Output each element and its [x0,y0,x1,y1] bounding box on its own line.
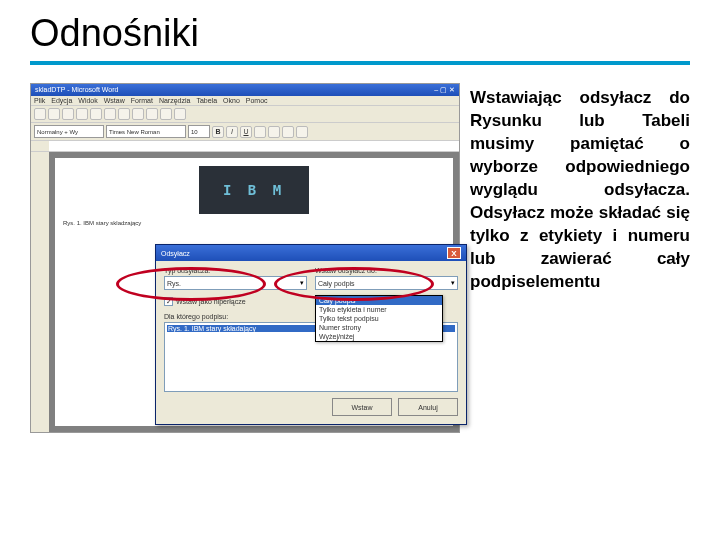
tb-print-icon[interactable] [76,108,88,120]
tb-preview-icon[interactable] [90,108,102,120]
content-row: skladDTP - Microsoft Word – ▢ ✕ Plik Edy… [30,83,690,433]
align-center-icon[interactable] [268,126,280,138]
menu-format[interactable]: Format [131,97,153,104]
checkbox-icon[interactable]: ✓ [164,297,173,306]
figure-caption: Rys. 1. IBM stary skladzający [63,220,445,228]
style-select[interactable]: Normalny + Wy [34,125,104,138]
underline-icon[interactable]: U [240,126,252,138]
ref-dropdown[interactable]: Cały podpis Tylko etykieta i numer Tylko… [315,295,443,342]
font-select[interactable]: Times New Roman [106,125,186,138]
ref-select[interactable]: Cały podpis [315,276,458,290]
tb-cut-icon[interactable] [118,108,130,120]
menu-insert[interactable]: Wstaw [104,97,125,104]
tb-open-icon[interactable] [48,108,60,120]
menu-window[interactable]: Okno [223,97,240,104]
standard-toolbar[interactable] [31,106,459,123]
word-title-text: skladDTP - Microsoft Word [35,86,118,94]
slide-title: Odnośniki [30,12,690,55]
menu-edit[interactable]: Edycja [51,97,72,104]
tb-new-icon[interactable] [34,108,46,120]
formatting-toolbar[interactable]: Normalny + Wy Times New Roman 10 B I U [31,123,459,141]
word-screenshot: skladDTP - Microsoft Word – ▢ ✕ Plik Edy… [30,83,460,433]
dialog-title-text: Odsyłacz [161,250,190,257]
opt-full-caption[interactable]: Cały podpis [316,296,442,305]
tb-save-icon[interactable] [62,108,74,120]
insert-button[interactable]: Wstaw [332,398,392,416]
document-area: I B M Rys. 1. IBM stary skladzający Odsy… [31,152,459,432]
ibm-image: I B M [199,166,309,214]
opt-caption-text[interactable]: Tylko tekst podpisu [316,314,442,323]
opt-label-number[interactable]: Tylko etykieta i numer [316,305,442,314]
opt-page-number[interactable]: Numer strony [316,323,442,332]
explanatory-text: Wstawiając odsyłacz do Rysunku lub Tabel… [470,83,690,433]
size-select[interactable]: 10 [188,125,210,138]
hyperlink-label: Wstaw jako hiperłącze [176,298,246,305]
menubar[interactable]: Plik Edycja Widok Wstaw Format Narzędzia… [31,96,459,106]
document-page[interactable]: I B M Rys. 1. IBM stary skladzający Odsy… [55,158,453,426]
italic-icon[interactable]: I [226,126,238,138]
tb-paste-icon[interactable] [146,108,158,120]
type-label: Typ odsyłacza: [164,267,307,274]
word-titlebar: skladDTP - Microsoft Word – ▢ ✕ [31,84,459,96]
menu-view[interactable]: Widok [78,97,97,104]
align-right-icon[interactable] [282,126,294,138]
menu-help[interactable]: Pomoc [246,97,268,104]
opt-above-below[interactable]: Wyżej/niżej [316,332,442,341]
bold-icon[interactable]: B [212,126,224,138]
title-underline [30,61,690,65]
ref-label: Wstaw odsyłacz do: [315,267,458,274]
tb-spell-icon[interactable] [104,108,116,120]
crossref-dialog: Odsyłacz X Typ odsyłacza: Rys. [155,244,467,425]
close-icon[interactable]: X [447,247,461,259]
type-select[interactable]: Rys. [164,276,307,290]
word-window: skladDTP - Microsoft Word – ▢ ✕ Plik Edy… [30,83,460,433]
dialog-body: Typ odsyłacza: Rys. Wstaw odsyłacz do: C… [156,261,466,424]
menu-file[interactable]: Plik [34,97,45,104]
cancel-button[interactable]: Anuluj [398,398,458,416]
window-controls[interactable]: – ▢ ✕ [434,86,455,94]
tb-copy-icon[interactable] [132,108,144,120]
ruler[interactable] [31,141,459,152]
align-left-icon[interactable] [254,126,266,138]
tb-redo-icon[interactable] [174,108,186,120]
hyperlink-checkbox[interactable]: ✓ Wstaw jako hiperłącze [164,297,307,306]
align-justify-icon[interactable] [296,126,308,138]
menu-tools[interactable]: Narzędzia [159,97,191,104]
menu-table[interactable]: Tabela [196,97,217,104]
tb-undo-icon[interactable] [160,108,172,120]
dialog-titlebar: Odsyłacz X [156,245,466,261]
vertical-ruler[interactable] [31,152,49,432]
